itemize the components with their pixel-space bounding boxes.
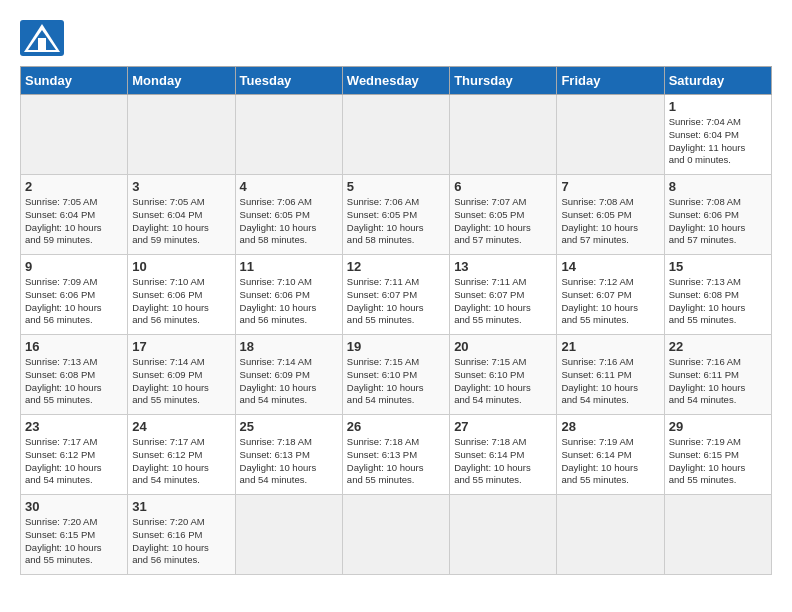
- logo: [20, 20, 72, 56]
- table-row: 23Sunrise: 7:17 AM Sunset: 6:12 PM Dayli…: [21, 415, 128, 495]
- calendar-week-row: 30Sunrise: 7:20 AM Sunset: 6:15 PM Dayli…: [21, 495, 772, 575]
- table-row: 13Sunrise: 7:11 AM Sunset: 6:07 PM Dayli…: [450, 255, 557, 335]
- day-number: 29: [669, 419, 767, 434]
- table-row: 24Sunrise: 7:17 AM Sunset: 6:12 PM Dayli…: [128, 415, 235, 495]
- header-thursday: Thursday: [450, 67, 557, 95]
- day-number: 12: [347, 259, 445, 274]
- table-row: 18Sunrise: 7:14 AM Sunset: 6:09 PM Dayli…: [235, 335, 342, 415]
- day-info: Sunrise: 7:04 AM Sunset: 6:04 PM Dayligh…: [669, 116, 767, 167]
- day-info: Sunrise: 7:13 AM Sunset: 6:08 PM Dayligh…: [25, 356, 123, 407]
- calendar-week-row: 2Sunrise: 7:05 AM Sunset: 6:04 PM Daylig…: [21, 175, 772, 255]
- header-monday: Monday: [128, 67, 235, 95]
- day-info: Sunrise: 7:14 AM Sunset: 6:09 PM Dayligh…: [240, 356, 338, 407]
- header-wednesday: Wednesday: [342, 67, 449, 95]
- header-saturday: Saturday: [664, 67, 771, 95]
- table-row: 6Sunrise: 7:07 AM Sunset: 6:05 PM Daylig…: [450, 175, 557, 255]
- day-info: Sunrise: 7:15 AM Sunset: 6:10 PM Dayligh…: [347, 356, 445, 407]
- day-info: Sunrise: 7:18 AM Sunset: 6:13 PM Dayligh…: [240, 436, 338, 487]
- table-row: 2Sunrise: 7:05 AM Sunset: 6:04 PM Daylig…: [21, 175, 128, 255]
- table-row: 27Sunrise: 7:18 AM Sunset: 6:14 PM Dayli…: [450, 415, 557, 495]
- table-row: 3Sunrise: 7:05 AM Sunset: 6:04 PM Daylig…: [128, 175, 235, 255]
- table-row: 7Sunrise: 7:08 AM Sunset: 6:05 PM Daylig…: [557, 175, 664, 255]
- day-info: Sunrise: 7:18 AM Sunset: 6:14 PM Dayligh…: [454, 436, 552, 487]
- day-number: 8: [669, 179, 767, 194]
- table-row: 9Sunrise: 7:09 AM Sunset: 6:06 PM Daylig…: [21, 255, 128, 335]
- day-number: 22: [669, 339, 767, 354]
- day-number: 21: [561, 339, 659, 354]
- day-info: Sunrise: 7:05 AM Sunset: 6:04 PM Dayligh…: [132, 196, 230, 247]
- day-number: 17: [132, 339, 230, 354]
- day-info: Sunrise: 7:20 AM Sunset: 6:16 PM Dayligh…: [132, 516, 230, 567]
- page-header: [20, 20, 772, 56]
- table-row: [235, 95, 342, 175]
- day-number: 7: [561, 179, 659, 194]
- header-friday: Friday: [557, 67, 664, 95]
- header-sunday: Sunday: [21, 67, 128, 95]
- table-row: [235, 495, 342, 575]
- day-info: Sunrise: 7:14 AM Sunset: 6:09 PM Dayligh…: [132, 356, 230, 407]
- day-number: 4: [240, 179, 338, 194]
- table-row: 19Sunrise: 7:15 AM Sunset: 6:10 PM Dayli…: [342, 335, 449, 415]
- day-number: 11: [240, 259, 338, 274]
- table-row: [557, 495, 664, 575]
- day-info: Sunrise: 7:05 AM Sunset: 6:04 PM Dayligh…: [25, 196, 123, 247]
- table-row: 17Sunrise: 7:14 AM Sunset: 6:09 PM Dayli…: [128, 335, 235, 415]
- day-number: 19: [347, 339, 445, 354]
- day-number: 24: [132, 419, 230, 434]
- day-number: 23: [25, 419, 123, 434]
- table-row: [450, 95, 557, 175]
- calendar-table: SundayMondayTuesdayWednesdayThursdayFrid…: [20, 66, 772, 575]
- day-info: Sunrise: 7:07 AM Sunset: 6:05 PM Dayligh…: [454, 196, 552, 247]
- table-row: [342, 495, 449, 575]
- table-row: 31Sunrise: 7:20 AM Sunset: 6:16 PM Dayli…: [128, 495, 235, 575]
- day-number: 2: [25, 179, 123, 194]
- table-row: 20Sunrise: 7:15 AM Sunset: 6:10 PM Dayli…: [450, 335, 557, 415]
- table-row: 12Sunrise: 7:11 AM Sunset: 6:07 PM Dayli…: [342, 255, 449, 335]
- day-info: Sunrise: 7:10 AM Sunset: 6:06 PM Dayligh…: [132, 276, 230, 327]
- table-row: [128, 95, 235, 175]
- day-number: 3: [132, 179, 230, 194]
- table-row: 21Sunrise: 7:16 AM Sunset: 6:11 PM Dayli…: [557, 335, 664, 415]
- table-row: [450, 495, 557, 575]
- day-info: Sunrise: 7:12 AM Sunset: 6:07 PM Dayligh…: [561, 276, 659, 327]
- day-info: Sunrise: 7:16 AM Sunset: 6:11 PM Dayligh…: [561, 356, 659, 407]
- logo-icon: [20, 20, 64, 56]
- day-info: Sunrise: 7:08 AM Sunset: 6:05 PM Dayligh…: [561, 196, 659, 247]
- day-number: 31: [132, 499, 230, 514]
- day-number: 25: [240, 419, 338, 434]
- day-info: Sunrise: 7:11 AM Sunset: 6:07 PM Dayligh…: [454, 276, 552, 327]
- table-row: 28Sunrise: 7:19 AM Sunset: 6:14 PM Dayli…: [557, 415, 664, 495]
- day-info: Sunrise: 7:18 AM Sunset: 6:13 PM Dayligh…: [347, 436, 445, 487]
- table-row: 25Sunrise: 7:18 AM Sunset: 6:13 PM Dayli…: [235, 415, 342, 495]
- table-row: 11Sunrise: 7:10 AM Sunset: 6:06 PM Dayli…: [235, 255, 342, 335]
- table-row: 22Sunrise: 7:16 AM Sunset: 6:11 PM Dayli…: [664, 335, 771, 415]
- day-number: 5: [347, 179, 445, 194]
- day-number: 26: [347, 419, 445, 434]
- table-row: [21, 95, 128, 175]
- day-number: 18: [240, 339, 338, 354]
- table-row: 16Sunrise: 7:13 AM Sunset: 6:08 PM Dayli…: [21, 335, 128, 415]
- table-row: 4Sunrise: 7:06 AM Sunset: 6:05 PM Daylig…: [235, 175, 342, 255]
- day-number: 27: [454, 419, 552, 434]
- table-row: 10Sunrise: 7:10 AM Sunset: 6:06 PM Dayli…: [128, 255, 235, 335]
- table-row: [342, 95, 449, 175]
- day-info: Sunrise: 7:19 AM Sunset: 6:14 PM Dayligh…: [561, 436, 659, 487]
- table-row: 15Sunrise: 7:13 AM Sunset: 6:08 PM Dayli…: [664, 255, 771, 335]
- day-info: Sunrise: 7:15 AM Sunset: 6:10 PM Dayligh…: [454, 356, 552, 407]
- table-row: 26Sunrise: 7:18 AM Sunset: 6:13 PM Dayli…: [342, 415, 449, 495]
- day-info: Sunrise: 7:09 AM Sunset: 6:06 PM Dayligh…: [25, 276, 123, 327]
- day-number: 9: [25, 259, 123, 274]
- day-info: Sunrise: 7:13 AM Sunset: 6:08 PM Dayligh…: [669, 276, 767, 327]
- calendar-week-row: 23Sunrise: 7:17 AM Sunset: 6:12 PM Dayli…: [21, 415, 772, 495]
- table-row: [557, 95, 664, 175]
- day-number: 6: [454, 179, 552, 194]
- day-info: Sunrise: 7:06 AM Sunset: 6:05 PM Dayligh…: [347, 196, 445, 247]
- table-row: 29Sunrise: 7:19 AM Sunset: 6:15 PM Dayli…: [664, 415, 771, 495]
- table-row: 30Sunrise: 7:20 AM Sunset: 6:15 PM Dayli…: [21, 495, 128, 575]
- day-number: 20: [454, 339, 552, 354]
- svg-rect-3: [38, 38, 46, 50]
- calendar-week-row: 9Sunrise: 7:09 AM Sunset: 6:06 PM Daylig…: [21, 255, 772, 335]
- calendar-week-row: 16Sunrise: 7:13 AM Sunset: 6:08 PM Dayli…: [21, 335, 772, 415]
- header-tuesday: Tuesday: [235, 67, 342, 95]
- day-number: 16: [25, 339, 123, 354]
